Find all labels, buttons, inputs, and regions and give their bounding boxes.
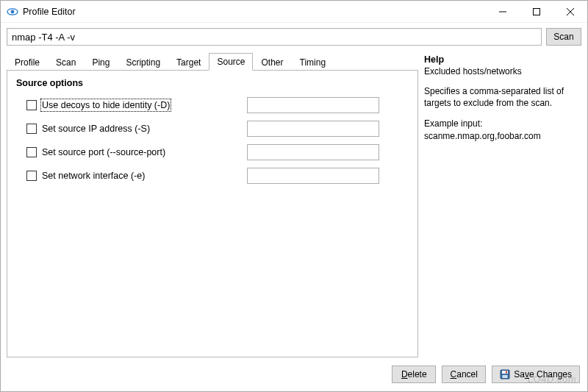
svg-rect-3 bbox=[534, 8, 540, 15]
minimize-button[interactable] bbox=[486, 1, 520, 23]
command-row: Scan bbox=[1, 23, 587, 51]
command-input[interactable] bbox=[7, 28, 542, 46]
option-row-decoys: Use decoys to hide identity (-D) bbox=[26, 97, 409, 113]
tab-ping[interactable]: Ping bbox=[84, 54, 118, 71]
scan-button[interactable]: Scan bbox=[546, 28, 581, 46]
option-row-srcip: Set source IP address (-S) bbox=[26, 121, 409, 137]
save-changes-button[interactable]: Save Changes bbox=[492, 366, 580, 383]
save-icon bbox=[500, 369, 510, 379]
tab-target[interactable]: Target bbox=[168, 54, 209, 71]
titlebar: Profile Editor bbox=[1, 1, 587, 23]
checkbox-label-srcport[interactable]: Set source port (--source-port) bbox=[42, 147, 165, 157]
cancel-button-label: Cancel bbox=[451, 369, 478, 379]
tab-source[interactable]: Source bbox=[209, 53, 253, 71]
tab-timing[interactable]: Timing bbox=[292, 54, 334, 71]
scan-button-label: Scan bbox=[553, 32, 573, 42]
maximize-button[interactable] bbox=[520, 1, 553, 23]
body: Profile Scan Ping Scripting Target Sourc… bbox=[1, 51, 587, 363]
footer: Delete Cancel Save Changes bbox=[1, 363, 587, 391]
delete-button-label: Delete bbox=[401, 369, 427, 379]
tab-other[interactable]: Other bbox=[253, 54, 291, 71]
option-row-iface: Set network interface (-e) bbox=[26, 168, 409, 184]
checkbox-label-decoys[interactable]: Use decoys to hide identity (-D) bbox=[42, 100, 170, 110]
help-description: Specifies a comma-separated list of targ… bbox=[424, 85, 581, 109]
input-iface[interactable] bbox=[247, 168, 379, 184]
input-srcport[interactable] bbox=[247, 144, 379, 160]
left-column: Profile Scan Ping Scripting Target Sourc… bbox=[7, 51, 418, 357]
help-example-value: scanme.nmap.org,foobar.com bbox=[424, 131, 541, 141]
checkbox-srcport[interactable] bbox=[26, 147, 37, 157]
svg-rect-8 bbox=[503, 375, 508, 378]
save-button-label: Save Changes bbox=[514, 369, 572, 379]
input-srcip[interactable] bbox=[247, 121, 379, 137]
option-row-srcport: Set source port (--source-port) bbox=[26, 144, 409, 160]
help-panel: Help Excluded hosts/networks Specifies a… bbox=[424, 51, 581, 357]
app-eye-icon bbox=[7, 6, 18, 18]
profile-editor-window: Profile Editor Scan Profile Scan Ping S bbox=[0, 0, 588, 392]
checkbox-iface[interactable] bbox=[26, 171, 37, 181]
svg-point-1 bbox=[11, 10, 15, 13]
tab-strip: Profile Scan Ping Scripting Target Sourc… bbox=[7, 51, 418, 70]
help-title: Help bbox=[424, 54, 581, 65]
checkbox-label-srcip[interactable]: Set source IP address (-S) bbox=[42, 124, 150, 134]
cancel-button[interactable]: Cancel bbox=[442, 366, 486, 383]
checkbox-srcip[interactable] bbox=[26, 124, 37, 134]
close-button[interactable] bbox=[553, 1, 587, 23]
input-decoys[interactable] bbox=[247, 97, 379, 113]
checkbox-label-iface[interactable]: Set network interface (-e) bbox=[42, 171, 145, 181]
help-example: Example input: scanme.nmap.org,foobar.co… bbox=[424, 118, 581, 141]
tab-profile[interactable]: Profile bbox=[7, 54, 48, 71]
delete-button[interactable]: Delete bbox=[392, 366, 436, 383]
section-title: Source options bbox=[16, 78, 409, 88]
svg-rect-9 bbox=[506, 371, 507, 374]
window-title: Profile Editor bbox=[23, 7, 76, 17]
tab-scripting[interactable]: Scripting bbox=[118, 54, 168, 71]
tab-pane-source: Source options Use decoys to hide identi… bbox=[7, 70, 418, 357]
help-subtitle: Excluded hosts/networks bbox=[424, 66, 581, 76]
help-example-label: Example input: bbox=[424, 118, 482, 129]
tab-scan[interactable]: Scan bbox=[48, 54, 84, 71]
checkbox-decoys[interactable] bbox=[26, 100, 37, 110]
